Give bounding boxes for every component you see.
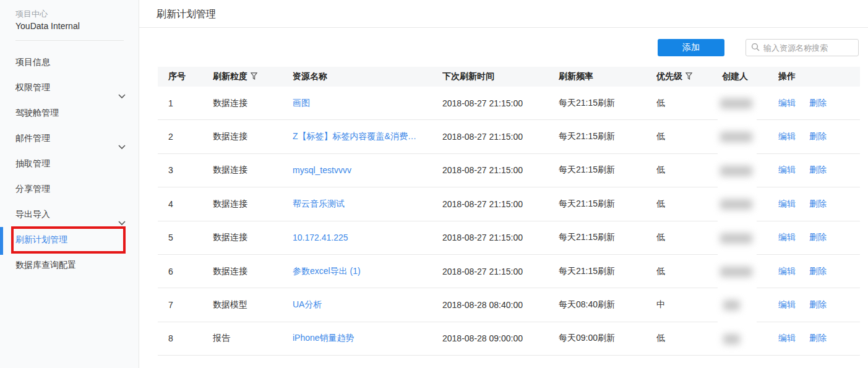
edit-link[interactable]: 编辑 xyxy=(778,131,796,141)
col-header-resource[interactable]: 资源名称 xyxy=(293,71,442,82)
row-priority: 中 xyxy=(656,299,722,310)
redacted-creator xyxy=(720,132,752,142)
sidebar-divider xyxy=(15,40,124,41)
row-frequency: 每天09:00刷新 xyxy=(559,333,656,344)
sidebar-item-project-info[interactable]: 项目信息 xyxy=(0,49,139,75)
sidebar-item-label: 邮件管理 xyxy=(15,133,50,143)
resource-link[interactable]: 画图 xyxy=(293,98,310,108)
filter-funnel-icon[interactable] xyxy=(685,72,692,82)
row-frequency: 每天21:15刷新 xyxy=(559,232,656,243)
redacted-creator xyxy=(723,334,740,344)
row-next-refresh: 2018-08-28 08:40:00 xyxy=(442,300,559,310)
row-next-refresh: 2018-08-27 21:15:00 xyxy=(442,233,559,242)
sidebar-item-export-import[interactable]: 导出导入 xyxy=(0,202,139,227)
sidebar-item-mail-mgmt[interactable]: 邮件管理 xyxy=(0,126,139,151)
redacted-creator xyxy=(720,98,752,109)
row-next-refresh: 2018-08-27 21:15:00 xyxy=(442,267,559,276)
row-index: 2 xyxy=(158,132,213,142)
col-header-index[interactable]: 序号 xyxy=(158,71,213,82)
row-frequency: 每天21:15刷新 xyxy=(559,98,656,109)
edit-link[interactable]: 编辑 xyxy=(778,266,796,276)
sidebar: 项目中心 YouData Internal 项目信息 权限管理 驾驶舱管理 邮件… xyxy=(0,0,139,368)
row-index: 4 xyxy=(158,199,213,209)
delete-link[interactable]: 删除 xyxy=(809,165,827,174)
sidebar-item-extract-mgmt[interactable]: 抽取管理 xyxy=(0,151,139,176)
col-label: 优先级 xyxy=(656,71,682,82)
edit-link[interactable]: 编辑 xyxy=(778,98,796,108)
row-frequency: 每天21:15刷新 xyxy=(559,165,656,176)
row-granularity: 数据模型 xyxy=(213,299,293,310)
sidebar-item-db-query-config[interactable]: 数据库查询配置 xyxy=(0,252,139,278)
resource-link[interactable]: Z【标签】标签内容覆盖&消费… xyxy=(293,131,416,141)
delete-link[interactable]: 删除 xyxy=(809,199,827,208)
col-label: 序号 xyxy=(168,71,186,82)
project-center-label: 项目中心 xyxy=(15,9,48,20)
add-button[interactable]: 添加 xyxy=(658,39,724,56)
edit-link[interactable]: 编辑 xyxy=(778,232,796,242)
resource-link[interactable]: 帮云音乐测试 xyxy=(293,199,345,208)
resource-link[interactable]: UA分析 xyxy=(293,299,322,309)
col-header-priority[interactable]: 优先级 xyxy=(656,71,722,82)
edit-link[interactable]: 编辑 xyxy=(778,333,796,343)
resource-link[interactable]: iPhone销量趋势 xyxy=(293,333,355,343)
edit-link[interactable]: 编辑 xyxy=(778,299,796,309)
sidebar-item-label: 导出导入 xyxy=(15,209,50,219)
redacted-creator xyxy=(720,267,752,277)
col-label: 刷新粒度 xyxy=(213,71,247,82)
delete-link[interactable]: 删除 xyxy=(809,98,827,108)
delete-link[interactable]: 删除 xyxy=(809,333,827,343)
row-granularity: 数据连接 xyxy=(213,131,293,142)
redacted-creator xyxy=(720,233,752,244)
col-header-frequency[interactable]: 刷新频率 xyxy=(559,71,656,82)
resource-link[interactable]: 参数excel导出 (1) xyxy=(293,266,361,276)
redacted-creator xyxy=(720,199,752,210)
row-granularity: 数据连接 xyxy=(213,199,293,210)
col-label: 刷新频率 xyxy=(559,71,593,82)
row-index: 8 xyxy=(158,333,213,343)
sidebar-menu: 项目信息 权限管理 驾驶舱管理 邮件管理 抽取管理 分享管理 导出导入 刷新计划… xyxy=(0,49,139,278)
main-content: 刷新计划管理 添加 序号 刷新粒度 资源名称 下次刷新时间 刷新频率 优先级 xyxy=(139,0,868,368)
row-frequency: 每天08:40刷新 xyxy=(559,299,656,310)
edit-link[interactable]: 编辑 xyxy=(778,165,796,174)
page-title: 刷新计划管理 xyxy=(157,8,216,21)
delete-link[interactable]: 删除 xyxy=(809,299,827,309)
row-granularity: 数据连接 xyxy=(213,98,293,109)
delete-link[interactable]: 删除 xyxy=(809,131,827,141)
refresh-plan-table: 序号 刷新粒度 资源名称 下次刷新时间 刷新频率 优先级 创建人 操作 1 数据… xyxy=(158,67,860,356)
col-header-next-refresh[interactable]: 下次刷新时间 xyxy=(442,71,559,82)
row-next-refresh: 2018-08-27 21:15:00 xyxy=(442,132,559,142)
sidebar-item-cockpit-mgmt[interactable]: 驾驶舱管理 xyxy=(0,100,139,126)
col-label: 下次刷新时间 xyxy=(442,71,494,82)
row-index: 3 xyxy=(158,165,213,175)
row-granularity: 数据连接 xyxy=(213,165,293,176)
sidebar-item-share-mgmt[interactable]: 分享管理 xyxy=(0,176,139,202)
row-frequency: 每天21:15刷新 xyxy=(559,266,656,277)
col-header-granularity[interactable]: 刷新粒度 xyxy=(213,71,293,82)
redacted-creator xyxy=(723,300,740,310)
resource-link[interactable]: mysql_testvvvv xyxy=(293,165,351,175)
sidebar-item-permission-mgmt[interactable]: 权限管理 xyxy=(0,75,139,100)
search-input[interactable] xyxy=(763,43,868,53)
row-index: 6 xyxy=(158,267,213,276)
row-priority: 低 xyxy=(656,232,722,243)
delete-link[interactable]: 删除 xyxy=(809,266,827,276)
col-header-actions: 操作 xyxy=(778,71,860,82)
col-header-creator[interactable]: 创建人 xyxy=(722,71,778,82)
row-priority: 低 xyxy=(656,131,722,142)
row-frequency: 每天21:15刷新 xyxy=(559,131,656,142)
resource-link[interactable]: 10.172.41.225 xyxy=(293,233,348,242)
row-priority: 低 xyxy=(656,266,722,277)
search-box[interactable] xyxy=(746,39,859,56)
row-granularity: 数据连接 xyxy=(213,266,293,277)
col-label: 资源名称 xyxy=(293,71,327,82)
sidebar-item-refresh-plan-mgmt[interactable]: 刷新计划管理 xyxy=(0,227,139,252)
row-next-refresh: 2018-08-27 21:15:00 xyxy=(442,199,559,209)
filter-funnel-icon[interactable] xyxy=(251,72,257,82)
edit-link[interactable]: 编辑 xyxy=(778,199,796,208)
row-frequency: 每天21:15刷新 xyxy=(559,199,656,210)
delete-link[interactable]: 删除 xyxy=(809,232,827,242)
col-label: 创建人 xyxy=(722,71,748,82)
creator-redaction-band xyxy=(718,87,757,353)
row-index: 7 xyxy=(158,300,213,310)
title-divider xyxy=(139,27,868,28)
